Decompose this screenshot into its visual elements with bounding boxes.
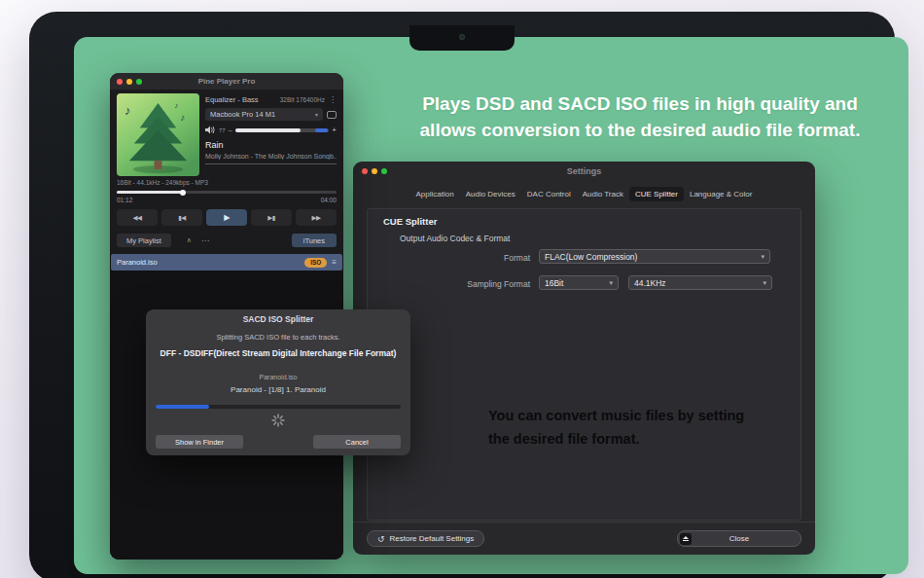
seek-fill	[117, 191, 183, 194]
note-text: You can convert music files by setting t…	[488, 404, 744, 451]
drag-handle-icon[interactable]: ≡	[332, 258, 337, 267]
output-device-select[interactable]: Macbook Pro 14 M1 ▾	[205, 108, 323, 121]
chevron-down-icon: ▾	[761, 253, 764, 261]
settings-tab-language-color[interactable]: Language & Color	[684, 187, 759, 201]
settings-window-title: Settings	[353, 166, 815, 176]
previous-track-button[interactable]: ▮◀	[161, 209, 202, 226]
settings-tab-cue-splitter[interactable]: CUE Splitter	[629, 187, 684, 201]
fast-forward-button[interactable]: ▶▶	[296, 209, 337, 226]
my-playlist-tab[interactable]: My Playlist	[117, 234, 171, 247]
time-elapsed: 01:12	[117, 197, 132, 203]
player-titlebar: Pine Player Pro	[110, 73, 343, 90]
svg-text:♪: ♪	[180, 112, 185, 123]
spinner-icon	[271, 414, 285, 427]
headline-line2: allows conversion to the desired audio f…	[368, 117, 912, 143]
bitrate-info: 32Bit 176400Hz	[280, 96, 325, 103]
next-icon: ▶▮	[267, 214, 275, 222]
eject-icon	[680, 533, 692, 545]
sampling-format-label: Sampling Format	[368, 279, 530, 289]
equalizer-selector[interactable]: Equalizer - Bass	[205, 95, 259, 104]
next-track-button[interactable]: ▶▮	[251, 209, 292, 226]
track-artist: Molly Johnson - The Molly Johnson Songb.…	[205, 153, 337, 160]
playlist-item-name: Paranoid.iso	[117, 258, 158, 267]
playlist-toolbar: My Playlist ∧ ⋯ iTunes	[110, 234, 343, 247]
close-button[interactable]: Close	[677, 530, 801, 547]
volume-handle[interactable]	[315, 128, 328, 132]
format-select[interactable]: FLAC(Low Compression) ▾	[539, 249, 770, 264]
volume-value: 77	[219, 127, 226, 133]
settings-tab-application[interactable]: Application	[410, 187, 460, 201]
volume-up-button[interactable]: +	[332, 126, 337, 134]
chevron-down-icon: ▾	[315, 111, 318, 118]
fast-forward-icon: ▶▶	[312, 214, 321, 222]
close-label: Close	[729, 534, 749, 543]
window-title: Pine Player Pro	[110, 77, 343, 86]
volume-fill	[235, 128, 302, 132]
time-row: 01:12 04:00	[110, 197, 343, 203]
volume-down-button[interactable]: –	[229, 126, 232, 133]
note-line1: You can convert music files by setting	[488, 404, 744, 427]
equalizer-row: Equalizer - Bass 32Bit 176400Hz ⋮	[205, 93, 337, 105]
sampling-rate-select[interactable]: 44.1KHz ▾	[628, 275, 772, 290]
headline-line1: Plays DSD and SACD ISO files in high qua…	[368, 90, 912, 117]
time-total: 04:00	[321, 197, 337, 203]
settings-titlebar: Settings	[353, 162, 815, 180]
player-top-section: ♪ ♪ ♪ Equalizer - Bass 32Bit 176400Hz ⋮ …	[110, 90, 343, 176]
sampling-bit-select[interactable]: 16Bit ▾	[539, 275, 619, 290]
display-icon[interactable]	[327, 111, 337, 119]
ellipsis-icon[interactable]: ⋯	[201, 236, 209, 245]
headline: Plays DSD and SACD ISO files in high qua…	[368, 90, 912, 143]
playlist-item[interactable]: Paranoid.iso ISO ≡	[111, 254, 342, 271]
player-controls-column: Equalizer - Bass 32Bit 176400Hz ⋮ Macboo…	[205, 93, 337, 176]
iso-badge: ISO	[304, 258, 327, 268]
restore-defaults-button[interactable]: ↺ Restore Default Settings	[367, 530, 484, 547]
chevron-down-icon: ▾	[763, 279, 766, 287]
restore-icon: ↺	[377, 534, 385, 544]
camera-icon	[459, 34, 465, 40]
svg-text:♪: ♪	[124, 103, 130, 118]
note-line2: the desired file format.	[488, 427, 744, 451]
output-device-value: Macbook Pro 14 M1	[210, 110, 275, 119]
more-menu-icon[interactable]: ⋮	[329, 95, 337, 104]
subsection-title: Output Audio Codec & Format	[400, 234, 510, 243]
track-title: Rain	[205, 140, 337, 150]
split-progress-bar	[156, 405, 401, 409]
cancel-button[interactable]: Cancel	[313, 435, 401, 449]
settings-tab-audio-track[interactable]: Audio Track	[577, 187, 629, 201]
previous-icon: ▮◀	[178, 214, 186, 222]
speaker-icon[interactable]	[205, 126, 216, 134]
settings-footer: ↺ Restore Default Settings Close	[353, 522, 815, 555]
split-progress-fill	[156, 405, 209, 409]
device-row: Macbook Pro 14 M1 ▾	[205, 108, 337, 121]
sampling-bit-value: 16Bit	[545, 278, 563, 288]
tree-illustration: ♪ ♪ ♪	[117, 93, 199, 176]
dialog-track-line: Paranoid - [1/8] 1. Paranoid	[146, 385, 410, 394]
audio-format-info: 16Bit - 44.1kHz - 249kbps - MP3	[110, 179, 343, 186]
volume-slider[interactable]	[235, 128, 330, 132]
format-label: Format	[368, 253, 530, 263]
volume-row: 77 – +	[205, 126, 337, 134]
dialog-file-name: Paranoid.iso	[146, 374, 410, 380]
show-in-finder-button[interactable]: Show in Finder	[156, 435, 243, 449]
rewind-button[interactable]: ◀◀	[117, 209, 158, 226]
settings-tab-dac-control[interactable]: DAC Control	[521, 187, 577, 201]
dialog-message: Splitting SACD ISO file to each tracks.	[146, 333, 410, 342]
marquee-divider	[205, 163, 337, 164]
rewind-icon: ◀◀	[133, 214, 142, 222]
seek-section	[110, 191, 343, 194]
collapse-icon[interactable]: ∧	[187, 236, 192, 244]
settings-window: Settings Application Audio Devices DAC C…	[353, 162, 815, 555]
format-value: FLAC(Low Compression)	[545, 252, 637, 262]
section-title: CUE Splitter	[383, 216, 437, 227]
svg-text:♪: ♪	[174, 101, 178, 110]
restore-label: Restore Default Settings	[390, 534, 475, 543]
itunes-button[interactable]: iTunes	[292, 234, 337, 247]
dialog-title: SACD ISO Splitter	[146, 314, 410, 324]
play-button[interactable]: ▶	[206, 209, 247, 226]
settings-tab-audio-devices[interactable]: Audio Devices	[460, 187, 521, 201]
seek-slider[interactable]	[117, 191, 337, 194]
seek-handle[interactable]	[180, 190, 186, 196]
dialog-format-line: DFF - DSDIFF(Direct Stream Digital Inter…	[146, 348, 410, 358]
sacd-splitter-dialog: SACD ISO Splitter Splitting SACD ISO fil…	[146, 309, 410, 455]
dialog-buttons: Show in Finder Cancel	[156, 435, 401, 449]
